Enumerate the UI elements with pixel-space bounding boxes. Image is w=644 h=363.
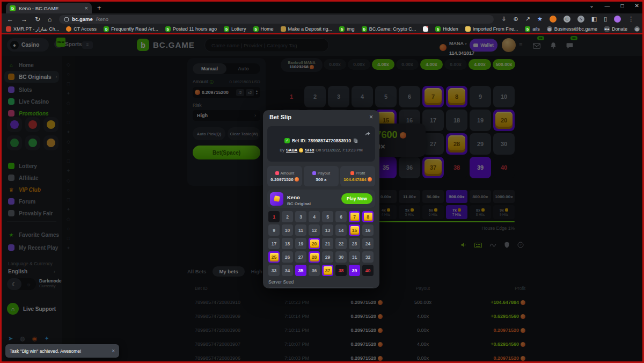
bcgame-b-bookmark-icon [224,26,229,32]
back-icon[interactable]: ← [7,16,13,23]
username-first[interactable]: SABA [286,148,297,153]
result-cell-6: 6 [335,211,347,222]
stat-value: 500 x [316,177,326,182]
bcgame-page: ♠ Casino ◉NEW Sports ≡ b BC.GAME MANA ▾ … [2,34,642,361]
url-field[interactable]: bc.game/keno [59,15,494,24]
toast-close-icon[interactable]: × [112,348,115,354]
play-now-button[interactable]: Play Now [341,193,372,204]
bookmark[interactable]: Make a Deposit rig... [281,26,333,32]
bookmark[interactable]: Hidden [435,26,458,32]
result-cell-34: 34 [282,265,293,276]
result-cell-4: 4 [309,211,320,222]
forward-icon[interactable]: → [21,16,27,23]
coin-icon [368,177,372,182]
bookmark[interactable]: XMR.PT - بتبازار Ch... [6,26,59,32]
window-hide-icon[interactable]: ⌄ [589,3,594,9]
result-cell-36: 36 [309,265,320,276]
tab-close-icon[interactable]: × [85,5,88,11]
bookmark-label: XMR.PT - بتبازار Ch... [13,26,59,32]
verified-icon: ✓ [284,138,290,143]
bookmark-star-icon[interactable]: ★ [537,16,543,23]
window-minimize-icon[interactable]: — [605,3,610,9]
window-maximize-icon[interactable]: □ [621,3,624,9]
by-label: By [280,148,284,153]
gold-bookmark-icon [281,26,286,32]
result-cell-18: 18 [282,238,293,249]
doc-bookmark-icon [423,26,428,32]
bcgame-b-bookmark-icon [525,26,530,32]
result-cell-29: 29 [322,251,333,263]
install-icon[interactable]: ⇩ [501,16,506,23]
bga-bookmark-icon [604,26,610,32]
folder-bookmark-icon [465,26,471,32]
result-cell-35: 35 [295,265,306,276]
bookmark[interactable] [634,26,640,32]
result-cell-7: 7 [349,211,360,222]
coin-icon [295,177,299,182]
bet-info-panel: ✓ Bet ID: 78998574720883910 By SABA SFRI… [267,126,375,162]
medal-icon [299,148,303,153]
result-cell-30: 30 [335,251,347,263]
home-icon[interactable]: ⌂ [48,16,52,23]
bookmark[interactable]: Home [253,26,274,32]
extension-lightning-icon[interactable]: ϟ [577,16,584,23]
gold-gem-icon: 7 [350,213,359,221]
window-close-icon[interactable]: ✕ [635,3,639,9]
capture-border-line [0,33,644,34]
browser-menu-icon[interactable]: ⋮ [628,16,634,23]
toast-text: Task "Big win" achieved. Awesome! [10,349,108,354]
bookmark[interactable]: Frequently Read Art... [104,26,158,32]
bookmark[interactable]: ails [525,26,540,32]
profit-icon [350,171,354,175]
reload-icon[interactable]: ↻ [35,16,40,23]
metamask-extension-icon[interactable] [550,16,557,23]
extensions-puzzle-icon[interactable]: ◧ [591,16,597,23]
bookmark-label: Lottery [231,26,246,32]
result-cell-39: 39 [349,265,360,276]
result-cell-14: 14 [335,224,347,236]
gold-gem-icon: 25 [270,253,279,262]
game-name: Keno [287,194,300,200]
bookmark-label: img [347,26,355,32]
modal-close-icon[interactable]: × [369,113,373,121]
result-cell-31: 31 [349,251,360,263]
bookmark[interactable]: img [339,26,355,32]
profile-avatar-icon[interactable] [614,16,621,23]
bookmark[interactable]: Posted 11 hours ago [165,26,217,32]
bookmark[interactable]: Business@bc.game [547,26,597,32]
result-cell-19: 19 [295,238,306,249]
result-cell-20: 20 [309,238,320,249]
bookmark[interactable]: Imported From Fire... [465,26,518,32]
zoom-icon[interactable]: ⊕ [514,16,518,23]
bookmark[interactable]: CT Access [66,26,97,32]
copy-icon[interactable] [353,136,358,146]
bcgame-b-bookmark-icon [435,26,441,32]
username-last[interactable]: SFRI [305,148,314,153]
result-cell-33: 33 [268,265,280,276]
bookmark-label: ails [532,26,540,32]
bet-result-grid: 1234567891011121314151617181920212223242… [268,211,374,276]
site-info-icon[interactable] [64,17,69,21]
new-tab-button[interactable]: + [97,4,101,12]
extension-icon[interactable]: C [564,16,570,23]
result-cell-38: 38 [335,265,347,276]
bookmark[interactable]: Donate [604,26,627,32]
bookmark-label: Home [261,26,274,32]
result-cell-10: 10 [282,224,293,236]
result-cell-5: 5 [322,211,333,222]
result-cell-25: 25 [268,251,280,263]
result-cell-24: 24 [362,238,374,249]
side-panel-icon[interactable]: ▯ [604,16,607,23]
bet-id-label: Bet ID: [292,138,306,143]
bcgame-favicon: b [10,5,16,11]
bookmark[interactable]: Lottery [224,26,246,32]
gold-gem-icon: 15 [350,226,359,235]
share-icon[interactable]: ↗ [525,16,530,23]
xmr-bookmark-icon [6,26,11,32]
bookmark-label: BC.Game: Crypto C... [369,26,416,32]
globe-bookmark-icon [547,26,552,32]
bookmark[interactable]: BC.Game: Crypto C... [362,26,416,32]
browser-tab[interactable]: b Keno - BC.GAME × [6,3,92,13]
bookmark[interactable] [423,26,428,32]
url-path: /keno [96,16,108,22]
